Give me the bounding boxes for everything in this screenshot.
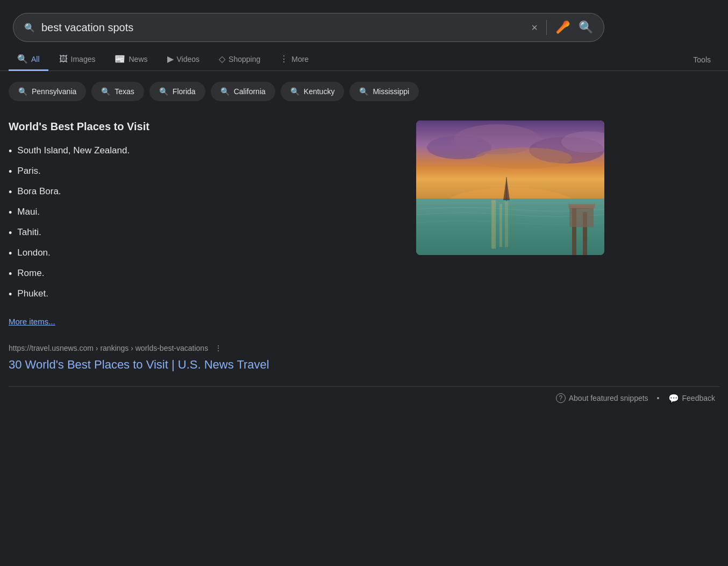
list-item: Phuket. [9, 287, 403, 302]
chip-label-kentucky: Kentucky [304, 87, 335, 96]
list-item: Rome. [9, 266, 403, 281]
tab-tools[interactable]: Tools [684, 50, 719, 69]
list-item: Tahiti. [9, 225, 403, 240]
source-url: https://travel.usnews.com › rankings › w… [0, 335, 728, 357]
search-bar-wrapper: 🔍 best vacation spots × 🎤 🔍 [0, 0, 728, 42]
search-bar-icon: 🔍 [24, 23, 35, 33]
chip-search-icon-florida: 🔍 [159, 87, 168, 96]
list-item: Bora Bora. [9, 185, 403, 200]
chip-mississippi[interactable]: 🔍 Mississippi [349, 82, 419, 101]
about-featured-snippets-label: About featured snippets [569, 394, 648, 402]
snippet-content: World's Best Places to Visit South Islan… [9, 121, 403, 327]
chip-florida[interactable]: 🔍 Florida [149, 82, 205, 101]
list-item: London. [9, 246, 403, 261]
list-item: Maui. [9, 205, 403, 220]
featured-snippet: World's Best Places to Visit South Islan… [0, 112, 613, 335]
videos-icon: ▶ [167, 54, 174, 64]
source-url-text: https://travel.usnews.com › rankings › w… [9, 344, 208, 352]
svg-point-5 [475, 147, 572, 169]
svg-rect-8 [491, 200, 496, 249]
list-item: Paris. [9, 164, 403, 179]
tab-shopping[interactable]: ◇ Shopping [210, 48, 269, 71]
tab-images[interactable]: 🖼 Images [51, 49, 104, 71]
search-input[interactable]: best vacation spots [41, 22, 525, 34]
search-chips: 🔍 Pennsylvania 🔍 Texas 🔍 Florida 🔍 Calif… [0, 71, 728, 112]
chip-label-texas: Texas [115, 87, 134, 96]
tab-news-label: News [129, 55, 147, 63]
source-more-options[interactable]: ⋮ [215, 344, 222, 352]
tab-all-label: All [31, 55, 40, 63]
search-bar: 🔍 best vacation spots × 🎤 🔍 [13, 13, 604, 42]
chip-search-icon-pennsylvania: 🔍 [18, 87, 27, 96]
chip-label-florida: Florida [173, 87, 196, 96]
svg-rect-10 [505, 201, 508, 247]
chip-texas[interactable]: 🔍 Texas [91, 82, 144, 101]
shopping-icon: ◇ [219, 54, 225, 64]
tab-videos-label: Videos [177, 55, 200, 63]
chip-label-mississippi: Mississippi [373, 87, 409, 96]
mic-icon[interactable]: 🎤 [555, 20, 570, 34]
tab-all[interactable]: 🔍 All [9, 48, 48, 71]
more-items-link[interactable]: More items... [9, 317, 55, 326]
tab-images-label: Images [71, 55, 96, 63]
tab-more[interactable]: ⋮ More [271, 48, 317, 71]
snippet-list: South Island, New Zealand. Paris. Bora B… [9, 144, 403, 302]
snippet-image [416, 121, 604, 255]
chip-search-icon-mississippi: 🔍 [359, 87, 368, 96]
search-icon[interactable]: 🔍 [579, 20, 593, 34]
tab-news[interactable]: 📰 News [106, 48, 156, 71]
chip-search-icon-california: 🔍 [220, 87, 230, 96]
images-icon: 🖼 [59, 54, 68, 64]
result-title: 30 World's Best Places to Visit | U.S. N… [0, 357, 728, 378]
feedback-icon: 💬 [668, 393, 679, 404]
chip-kentucky[interactable]: 🔍 Kentucky [281, 82, 345, 101]
more-icon: ⋮ [280, 54, 288, 64]
chip-label-pennsylvania: Pennsylvania [32, 87, 76, 96]
feedback-label: Feedback [682, 394, 715, 402]
ocean-image-svg [416, 121, 604, 255]
chip-search-icon-texas: 🔍 [101, 87, 110, 96]
tab-more-label: More [291, 55, 309, 63]
chip-search-icon-kentucky: 🔍 [290, 87, 299, 96]
snippet-title: World's Best Places to Visit [9, 121, 403, 133]
all-icon: 🔍 [17, 54, 28, 64]
svg-rect-15 [568, 204, 595, 208]
feedback-button[interactable]: 💬 Feedback [668, 393, 715, 404]
list-item: South Island, New Zealand. [9, 144, 403, 159]
svg-rect-9 [499, 204, 502, 247]
tab-videos[interactable]: ▶ Videos [159, 48, 209, 71]
news-icon: 📰 [115, 54, 125, 64]
vertical-divider [546, 20, 547, 35]
chip-label-california: California [234, 87, 266, 96]
svg-rect-14 [569, 206, 594, 227]
footer-separator-dot: • [657, 394, 660, 402]
about-featured-snippets[interactable]: ? About featured snippets [556, 393, 648, 403]
chip-pennsylvania[interactable]: 🔍 Pennsylvania [9, 82, 86, 101]
nav-tabs: 🔍 All 🖼 Images 📰 News ▶ Videos ◇ Shoppin… [0, 42, 728, 71]
clear-button[interactable]: × [531, 22, 538, 34]
question-icon: ? [556, 393, 566, 403]
footer: ? About featured snippets • 💬 Feedback [0, 387, 728, 410]
search-bar-icons: × 🎤 🔍 [531, 20, 593, 35]
tab-tools-label: Tools [693, 55, 711, 64]
chip-california[interactable]: 🔍 California [211, 82, 275, 101]
tab-shopping-label: Shopping [229, 55, 260, 63]
result-title-link[interactable]: 30 World's Best Places to Visit | U.S. N… [9, 358, 269, 371]
